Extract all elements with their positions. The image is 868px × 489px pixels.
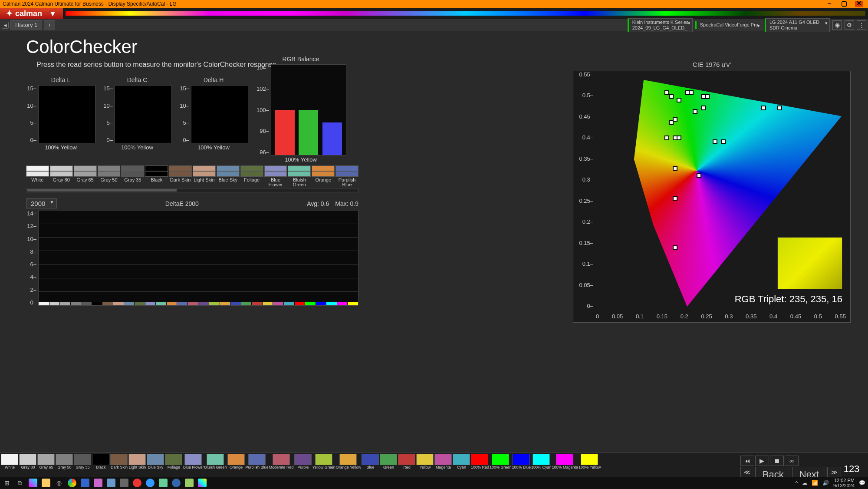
windows-taskbar[interactable]: ⊞ ⧉ ◎ ^ ☁ 📶 🔊 12:02 PM 9/13/2024 💬: [0, 477, 868, 489]
app-icon[interactable]: [107, 479, 115, 487]
task-view-icon[interactable]: ⧉: [16, 479, 24, 487]
app-icon[interactable]: [81, 479, 89, 487]
nav-ff-button[interactable]: ≫: [827, 467, 841, 477]
minimize-button[interactable]: –: [825, 1, 833, 7]
cie-point: [673, 245, 677, 250]
nav-first-button[interactable]: ⏮: [740, 456, 754, 466]
bottom-swatch-white[interactable]: White: [1, 454, 19, 473]
settings-icon[interactable]: ⚙: [845, 20, 854, 30]
swatch-blue-sky[interactable]: Blue Sky: [217, 165, 240, 187]
device-display-select[interactable]: LG 2024 A11 G4 OLED SDR Cinema ▾: [765, 18, 830, 32]
swatch-gray-50[interactable]: Gray 50: [98, 165, 121, 187]
cie-point: [777, 106, 782, 110]
history-back-icon[interactable]: ◄: [2, 22, 9, 29]
start-icon[interactable]: ⊞: [3, 479, 11, 487]
swatch-gray-35[interactable]: Gray 35: [121, 165, 144, 187]
chrome-icon[interactable]: [68, 479, 76, 487]
bottom-swatch-100-green[interactable]: 100% Green: [490, 454, 512, 473]
bottom-swatch-foliage[interactable]: Foliage: [165, 454, 183, 473]
bottom-swatch-bluish-green[interactable]: Bluish Green: [204, 454, 227, 473]
bottom-swatch-100-yellow[interactable]: 100% Yellow: [579, 454, 601, 473]
swatch-gray-65[interactable]: Gray 65: [74, 165, 97, 187]
bottom-swatch-purple[interactable]: Purple: [294, 454, 312, 473]
chart-xlabel: 100% Yellow: [102, 144, 172, 151]
tab-add-button[interactable]: +: [44, 20, 55, 30]
bottom-swatch-green[interactable]: Green: [380, 454, 398, 473]
swatch-black[interactable]: Black: [145, 165, 168, 187]
taskbar-clock[interactable]: 12:02 PM 9/13/2024: [833, 478, 855, 488]
swatch-bluish-green[interactable]: Bluish Green: [288, 165, 311, 187]
deltae-mode-select[interactable]: 2000: [26, 198, 57, 208]
swatch-light-skin[interactable]: Light Skin: [193, 165, 216, 187]
bottom-swatch-blue[interactable]: Blue: [362, 454, 379, 473]
brand-dropdown-icon[interactable]: ▾: [48, 9, 57, 18]
tool-button-1[interactable]: ◉: [832, 20, 842, 30]
tray-notification-icon[interactable]: 💬: [859, 480, 865, 486]
deltae-title: DeltaE 2000: [165, 200, 199, 207]
swatch-gray-80[interactable]: Gray 80: [50, 165, 73, 187]
bottom-swatch-black[interactable]: Black: [92, 454, 110, 473]
bottom-swatch-dark-skin[interactable]: Dark Skin: [110, 454, 128, 473]
device-source-line1: SpectraCal VideoForge Pro: [700, 22, 758, 28]
bottom-swatch-gray-80[interactable]: Gray 80: [19, 454, 37, 473]
tab-history[interactable]: History 1: [10, 20, 42, 30]
maximize-button[interactable]: ▢: [840, 1, 848, 7]
device-meter-line1: Klein Instruments K Series: [632, 20, 689, 25]
bottom-swatch-gray-65[interactable]: Gray 65: [37, 454, 55, 473]
app-icon[interactable]: [185, 479, 194, 487]
tray-chevron-icon[interactable]: ^: [795, 480, 798, 486]
tray-wifi-icon[interactable]: 📶: [812, 480, 818, 486]
swatch-blue-flower[interactable]: Blue Flower: [264, 165, 287, 187]
bottom-swatch-100-cyan[interactable]: 100% Cyan: [531, 454, 552, 473]
bottom-swatch-gray-35[interactable]: Gray 35: [74, 454, 92, 473]
swatch-foliage[interactable]: Foliage: [240, 165, 263, 187]
swatch-orange[interactable]: Orange: [312, 165, 335, 187]
cie-point: [669, 94, 674, 99]
bottom-swatch-yellow[interactable]: Yellow: [416, 454, 434, 473]
folder-icon[interactable]: [42, 479, 50, 487]
close-button[interactable]: ✕: [855, 1, 863, 7]
bottom-swatch-magenta[interactable]: Magenta: [434, 454, 452, 473]
calman-app-icon[interactable]: [198, 479, 207, 487]
app-icon[interactable]: [133, 479, 141, 487]
bottom-swatch-100-magenta[interactable]: 100% Magenta: [552, 454, 579, 473]
bottom-swatch-100-blue[interactable]: 100% Blue: [512, 454, 531, 473]
bottom-swatch-blue-sky[interactable]: Blue Sky: [147, 454, 164, 473]
cie-point: [761, 106, 766, 110]
swatch-scrollbar[interactable]: [26, 188, 358, 192]
app-icon[interactable]: [172, 479, 181, 487]
bottom-swatch-yellow-green[interactable]: Yellow Green: [312, 454, 335, 473]
nav-stop-button[interactable]: ⏹: [770, 456, 784, 466]
bottom-swatch-gray-50[interactable]: Gray 50: [56, 454, 73, 473]
app-icon[interactable]: [94, 479, 102, 487]
tray-volume-icon[interactable]: 🔊: [822, 480, 829, 486]
app-icon[interactable]: [159, 479, 168, 487]
chart-title: Delta C: [102, 76, 172, 83]
swatch-dark-skin[interactable]: Dark Skin: [169, 165, 192, 187]
app-icon[interactable]: ◎: [55, 479, 63, 487]
app-icon[interactable]: [120, 479, 128, 487]
bottom-swatch-100-red[interactable]: 100% Red: [471, 454, 489, 473]
brand-logo[interactable]: ✦ calman ▾: [0, 8, 63, 19]
bottom-swatch-cyan[interactable]: Cyan: [453, 454, 470, 473]
device-source-select[interactable]: SpectraCal VideoForge Pro ▾: [695, 21, 762, 29]
cie-point: [673, 166, 677, 171]
bottom-swatch-purplish-blue[interactable]: Purplish Blue: [246, 454, 269, 473]
device-meter-line2: 2024_09_LG_G4_OLED_: [632, 25, 689, 31]
swatch-purplish-blue[interactable]: Purplish Blue: [335, 165, 358, 187]
bottom-swatch-light-skin[interactable]: Light Skin: [128, 454, 146, 473]
device-meter-select[interactable]: Klein Instruments K Series 2024_09_LG_G4…: [628, 18, 693, 32]
bottom-swatch-moderate-red[interactable]: Moderate Red: [269, 454, 294, 473]
bottom-swatch-red[interactable]: Red: [398, 454, 416, 473]
app-icon[interactable]: [29, 479, 37, 487]
bottom-swatch-blue-flower[interactable]: Blue Flower: [183, 454, 204, 473]
swatch-white[interactable]: White: [26, 165, 49, 187]
tool-button-3[interactable]: ⋮: [857, 20, 866, 30]
tray-cloud-icon[interactable]: ☁: [802, 480, 807, 486]
nav-play-button[interactable]: ▶: [755, 456, 769, 466]
nav-rewind-button[interactable]: ≪: [740, 467, 754, 477]
bottom-swatch-orange[interactable]: Orange: [227, 454, 245, 473]
app-icon[interactable]: [146, 479, 155, 487]
nav-loop-button[interactable]: ∞: [785, 456, 799, 466]
bottom-swatch-orange-yellow[interactable]: Orange Yellow: [336, 454, 361, 473]
